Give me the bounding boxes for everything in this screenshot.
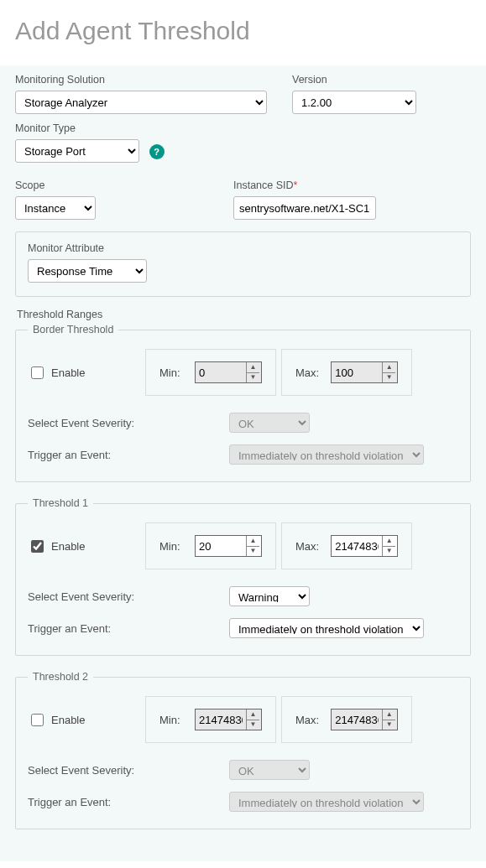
spinner-down-icon[interactable]: ▼ (383, 720, 395, 730)
threshold1-severity-select[interactable]: Warning (229, 586, 310, 606)
threshold2-legend: Threshold 2 (28, 671, 93, 683)
threshold2-max-input[interactable] (332, 709, 382, 730)
threshold2-group: Threshold 2 Enable Min: ▲▼ Max: (15, 671, 471, 829)
border-trigger-label: Trigger an Event: (28, 449, 229, 461)
version-select[interactable]: 1.2.00 (292, 91, 416, 114)
monitor-attribute-label: Monitor Attribute (28, 242, 458, 254)
border-threshold-legend: Border Threshold (28, 324, 118, 335)
instance-sid-label: Instance SID* (233, 179, 471, 191)
monitor-type-select[interactable]: Storage Port (15, 139, 139, 163)
threshold1-group: Threshold 1 Enable Min: ▲▼ Max: (15, 497, 471, 656)
max-label: Max: (295, 540, 319, 553)
monitoring-solution-select[interactable]: Storage Analyzer (15, 91, 267, 114)
threshold2-max-box: Max: ▲▼ (281, 696, 412, 743)
border-threshold-group: Border Threshold Enable Min: ▲▼ M (15, 324, 471, 482)
threshold-ranges-label: Threshold Ranges (17, 309, 471, 320)
border-min-input[interactable] (196, 362, 246, 382)
threshold2-trigger-select: Immediately on threshold violation (229, 792, 424, 812)
border-max-box: Max: ▲▼ (281, 349, 412, 396)
threshold1-legend: Threshold 1 (28, 497, 93, 509)
spinner-up-icon[interactable]: ▲ (383, 362, 395, 373)
threshold2-trigger-label: Trigger an Event: (28, 796, 229, 808)
threshold1-trigger-label: Trigger an Event: (28, 622, 229, 635)
spinner-down-icon[interactable]: ▼ (383, 373, 395, 383)
min-label: Min: (159, 366, 183, 379)
border-severity-select: OK (229, 413, 310, 433)
spinner-up-icon[interactable]: ▲ (247, 362, 259, 373)
threshold2-severity-select: OK (229, 760, 310, 780)
threshold1-severity-label: Select Event Severity: (28, 590, 229, 603)
border-enable-checkbox[interactable] (31, 366, 44, 379)
spinner-up-icon[interactable]: ▲ (383, 536, 395, 547)
min-label: Min: (159, 714, 183, 726)
threshold1-min-input[interactable] (196, 536, 246, 556)
spinner-up-icon[interactable]: ▲ (383, 709, 395, 720)
threshold2-min-input[interactable] (196, 709, 246, 730)
border-max-spinner[interactable]: ▲▼ (331, 361, 398, 383)
dialog-footer: OK and Close OK Cancel (0, 861, 486, 868)
threshold1-enable-label: Enable (51, 540, 85, 553)
max-label: Max: (295, 714, 319, 726)
border-min-spinner[interactable]: ▲▼ (195, 361, 262, 383)
spinner-up-icon[interactable]: ▲ (247, 709, 259, 720)
threshold2-min-spinner[interactable]: ▲▼ (195, 709, 262, 730)
version-label: Version (292, 74, 471, 86)
threshold1-enable-checkbox[interactable] (31, 540, 44, 553)
help-icon[interactable]: ? (149, 144, 165, 159)
border-severity-label: Select Event Severity: (28, 417, 229, 429)
threshold1-min-spinner[interactable]: ▲▼ (195, 535, 262, 557)
threshold1-max-input[interactable] (332, 536, 382, 556)
scope-label: Scope (15, 179, 208, 191)
monitor-type-label: Monitor Type (15, 122, 471, 134)
threshold1-trigger-select[interactable]: Immediately on threshold violation (229, 618, 424, 638)
spinner-down-icon[interactable]: ▼ (247, 373, 259, 383)
border-enable-label: Enable (51, 366, 85, 379)
instance-sid-input[interactable] (233, 196, 376, 220)
threshold2-max-spinner[interactable]: ▲▼ (331, 709, 398, 730)
spinner-down-icon[interactable]: ▼ (383, 547, 395, 557)
spinner-down-icon[interactable]: ▼ (247, 547, 259, 557)
scope-select[interactable]: Instance (15, 196, 96, 220)
threshold2-min-box: Min: ▲▼ (145, 696, 276, 743)
border-trigger-select: Immediately on threshold violation (229, 444, 424, 465)
monitor-attribute-select[interactable]: Response Time (28, 259, 147, 283)
min-label: Min: (159, 540, 183, 553)
monitor-attribute-group: Monitor Attribute Response Time (15, 231, 471, 297)
threshold1-min-box: Min: ▲▼ (145, 522, 276, 569)
monitoring-solution-label: Monitoring Solution (15, 74, 267, 86)
spinner-down-icon[interactable]: ▼ (247, 720, 259, 730)
border-max-input[interactable] (332, 362, 382, 382)
threshold1-max-box: Max: ▲▼ (281, 522, 412, 569)
threshold2-severity-label: Select Event Severity: (28, 764, 229, 777)
threshold2-enable-checkbox[interactable] (31, 714, 44, 726)
threshold2-enable-label: Enable (51, 714, 85, 726)
border-min-box: Min: ▲▼ (145, 349, 276, 396)
threshold1-max-spinner[interactable]: ▲▼ (331, 535, 398, 557)
page-title: Add Agent Threshold (0, 0, 486, 65)
max-label: Max: (295, 366, 319, 379)
spinner-up-icon[interactable]: ▲ (247, 536, 259, 547)
